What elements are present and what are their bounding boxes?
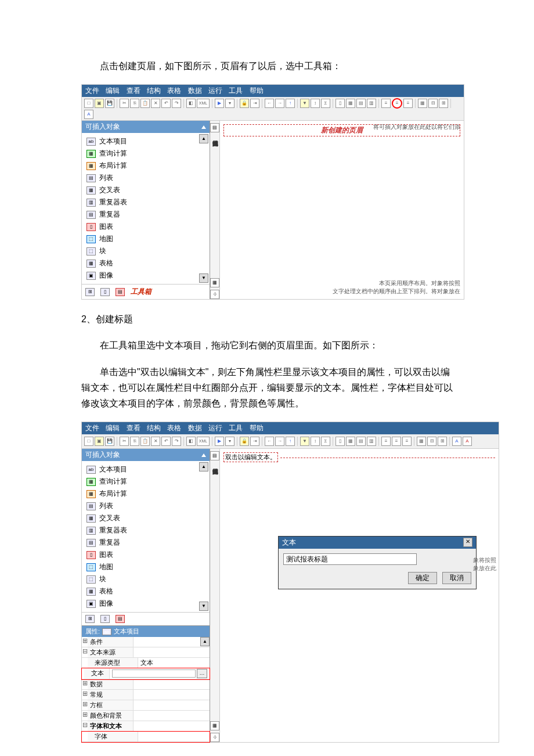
dialog-icon[interactable]: ◧ <box>186 99 196 108</box>
vbar-page-icon[interactable]: ▤ <box>210 123 219 132</box>
opts-icon[interactable]: ▾ <box>225 99 234 108</box>
sidebar-item-block[interactable]: ⬚块 <box>82 573 210 585</box>
prop-font-sub[interactable]: 字体 <box>82 732 210 742</box>
panel1-icon[interactable]: ▯ <box>335 99 345 108</box>
tab-toolbox-icon[interactable]: ⊞ <box>85 288 95 296</box>
scroll-down-icon[interactable]: ▼ <box>199 602 208 611</box>
delete-icon[interactable]: ✕ <box>151 99 160 108</box>
tab3-icon[interactable]: ▤ <box>116 615 125 623</box>
text-item-placeholder[interactable]: 双击以编辑文本。 <box>223 452 278 462</box>
cut-icon[interactable]: ✂ <box>120 99 129 108</box>
delete-icon[interactable]: ✕ <box>151 437 160 446</box>
panel3-icon[interactable]: ▤ <box>356 99 366 108</box>
sidebar-item-map[interactable]: ⬚地图 <box>82 561 210 573</box>
scroll-up-icon[interactable]: ▲ <box>199 134 208 143</box>
arrow-out-icon[interactable]: ⇥ <box>250 437 259 446</box>
close-icon[interactable]: ✕ <box>463 538 472 547</box>
xml-icon[interactable]: XML <box>197 437 210 446</box>
run-icon[interactable]: ▶ <box>215 99 224 108</box>
menu-data[interactable]: 数据 <box>188 87 202 95</box>
sidebar-item-chart[interactable]: ▯图表 <box>82 549 210 561</box>
font-icon[interactable]: A <box>452 437 461 446</box>
vbar-page-icon[interactable]: ▤ <box>210 451 219 460</box>
undo-icon[interactable]: ↶ <box>161 437 171 446</box>
up-icon[interactable]: ↑ <box>286 437 295 446</box>
sidebar-item-crosstab[interactable]: ▦交叉表 <box>82 184 210 196</box>
scroll-up-icon[interactable]: ▲ <box>199 462 208 471</box>
prop-text-input[interactable] <box>112 669 196 678</box>
tree2-icon[interactable]: ⊞ <box>439 99 448 108</box>
tab2-icon[interactable]: ▯ <box>100 615 110 623</box>
prop-color[interactable]: ⊞颜色和背景 <box>82 711 210 721</box>
sidebar-item-repeater[interactable]: ▤重复器 <box>82 537 210 549</box>
tree-icon[interactable]: ⊟ <box>428 99 438 108</box>
opts-icon[interactable]: ▾ <box>225 437 234 446</box>
scroll-down-icon[interactable]: ▼ <box>199 273 208 283</box>
sidebar-item-layoutcalc[interactable]: ▦布局计算 <box>82 160 210 172</box>
collapse-icon[interactable] <box>201 125 206 129</box>
new-icon[interactable]: □ <box>84 437 93 446</box>
prop-font[interactable]: ⊟字体和文本 <box>82 721 210 732</box>
sum-icon[interactable]: Σ <box>321 99 330 108</box>
panel1-icon[interactable]: ▯ <box>335 437 345 446</box>
panel4-icon[interactable]: ▥ <box>367 99 376 108</box>
collapse-icon[interactable] <box>201 453 206 457</box>
prop-textsrc[interactable]: ⊟文本来源 <box>82 647 210 658</box>
xml-icon[interactable]: XML <box>197 99 210 108</box>
redo-icon[interactable]: ↷ <box>172 437 181 446</box>
panel2-icon[interactable]: ▦ <box>346 437 355 446</box>
props-scroll-up[interactable]: ▲ <box>200 637 210 646</box>
vbar-b2-icon[interactable]: ⊹ <box>210 733 219 742</box>
panel3-icon[interactable]: ▤ <box>356 437 366 446</box>
paste-icon[interactable]: 📋 <box>140 99 150 108</box>
arrow-out-icon[interactable]: ⇥ <box>250 99 259 108</box>
vbar-b2-icon[interactable]: ⊹ <box>210 290 219 299</box>
grid-icon[interactable]: ▦ <box>417 437 426 446</box>
sidebar-item-map[interactable]: ⬚地图 <box>82 233 210 245</box>
vbar-b1-icon[interactable]: ▦ <box>210 278 219 287</box>
prop-conditions[interactable]: ⊞条件 <box>82 637 210 647</box>
prop-text-value[interactable]: 文本… <box>82 668 210 679</box>
dialog-text-input[interactable] <box>283 553 417 565</box>
header-bot-icon[interactable]: ≡ <box>403 99 413 108</box>
menu-view[interactable]: 查看 <box>127 87 140 95</box>
cut-icon[interactable]: ✂ <box>120 437 129 446</box>
menubar-2[interactable]: 文件 编辑 查看 结构 表格 数据 运行 工具 帮助 <box>82 422 499 434</box>
menu-tools[interactable]: 工具 <box>229 87 243 95</box>
panel2-icon[interactable]: ▦ <box>346 99 355 108</box>
tab2-icon[interactable]: ▯ <box>100 288 110 296</box>
tab3-icon[interactable]: ▤ <box>116 288 125 296</box>
filter-icon[interactable]: ▼ <box>300 437 309 446</box>
lock-icon[interactable]: 🔒 <box>240 437 249 446</box>
back-icon[interactable]: ← <box>265 99 274 108</box>
paste-icon[interactable]: 📋 <box>140 437 150 446</box>
vbar-b1-icon[interactable]: ▦ <box>210 721 219 730</box>
save-icon[interactable]: 💾 <box>105 99 114 108</box>
sidebar-item-crosstab[interactable]: ▦交叉表 <box>82 512 210 524</box>
sidebar-item-chart[interactable]: ▯图表 <box>82 221 210 233</box>
prop-general[interactable]: ⊞常规 <box>82 690 210 700</box>
design-canvas[interactable]: 将可插入对象放在此处以将它们添 新创建的页眉 本页采用顺序布局。对象将按照 文字… <box>220 121 464 299</box>
sort-icon[interactable]: ↕ <box>311 437 320 446</box>
header-bot-icon[interactable]: ≡ <box>402 437 412 446</box>
fwd-icon[interactable]: → <box>275 437 284 446</box>
sidebar-item-repeater-table[interactable]: ▥重复器表 <box>82 196 210 208</box>
sidebar-item-text[interactable]: ab文本项目 <box>82 135 210 147</box>
font2-icon[interactable]: A <box>463 437 472 446</box>
sidebar-item-list[interactable]: ▤列表 <box>82 172 210 184</box>
header-top-icon[interactable]: ≡ <box>381 437 391 446</box>
back-icon[interactable]: ← <box>265 437 274 446</box>
create-header-icon[interactable]: ≡ <box>392 98 402 109</box>
sum-icon[interactable]: Σ <box>321 437 330 446</box>
sidebar-item-querycalc[interactable]: ▦查询计算 <box>82 476 210 488</box>
menu-struct[interactable]: 结构 <box>147 87 161 95</box>
sidebar-item-repeater[interactable]: ▤重复器 <box>82 208 210 221</box>
undo-icon[interactable]: ↶ <box>161 99 171 108</box>
prop-data[interactable]: ⊞数据 <box>82 679 210 690</box>
ellipsis-button[interactable]: … <box>197 669 207 678</box>
sidebar-item-querycalc[interactable]: ▦查询计算 <box>82 147 210 160</box>
sidebar-item-block[interactable]: ⬚块 <box>82 245 210 257</box>
up-icon[interactable]: ↑ <box>286 99 295 108</box>
menu-run[interactable]: 运行 <box>208 87 222 95</box>
open-icon[interactable]: ▣ <box>95 437 104 446</box>
